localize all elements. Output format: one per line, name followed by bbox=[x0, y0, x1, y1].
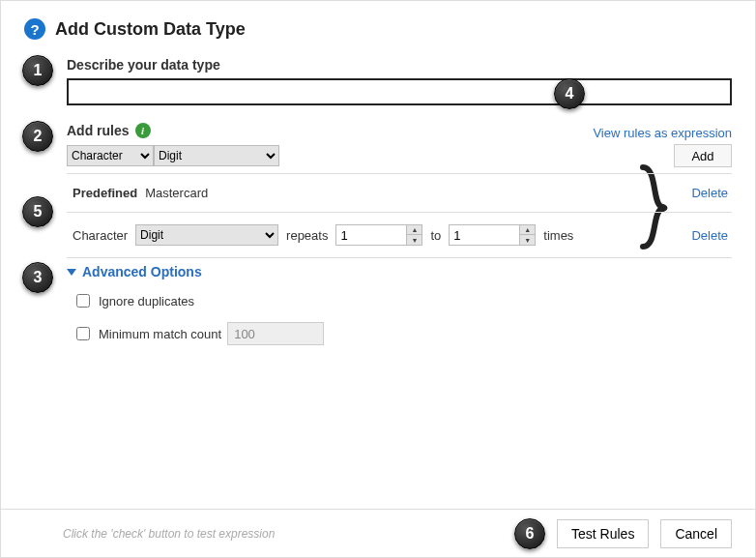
view-as-expression-link[interactable]: View rules as expression bbox=[593, 126, 732, 140]
describe-label: Describe your data type bbox=[67, 57, 732, 73]
to-label: to bbox=[430, 228, 441, 243]
predefined-label: Predefined bbox=[73, 186, 137, 200]
advanced-options-toggle[interactable]: Advanced Options bbox=[67, 264, 732, 279]
min-match-input bbox=[227, 322, 324, 345]
footer: Click the 'check' button to test express… bbox=[1, 509, 755, 557]
spin-up-icon[interactable]: ▲ bbox=[520, 225, 535, 235]
badge-3: 3 bbox=[22, 262, 53, 293]
delete-link[interactable]: Delete bbox=[691, 186, 728, 200]
repeats-to-input[interactable] bbox=[450, 225, 519, 245]
footer-hint: Click the 'check' button to test express… bbox=[63, 527, 275, 541]
help-icon[interactable]: ? bbox=[24, 18, 45, 40]
rule-item-predefined: Predefined Mastercard Delete bbox=[67, 173, 732, 212]
test-rules-button[interactable]: Test Rules bbox=[557, 519, 649, 548]
ignore-duplicates-label: Ignore duplicates bbox=[99, 294, 194, 308]
rule-item-character: Character Digit repeats ▲▼ to ▲▼ times D… bbox=[67, 212, 732, 258]
info-icon[interactable]: i bbox=[135, 123, 151, 138]
badge-1: 1 bbox=[22, 55, 53, 86]
times-label: times bbox=[543, 228, 573, 243]
delete-link[interactable]: Delete bbox=[691, 228, 728, 243]
repeats-label: repeats bbox=[286, 228, 328, 243]
repeats-to-stepper[interactable]: ▲▼ bbox=[449, 224, 536, 246]
spin-up-icon[interactable]: ▲ bbox=[407, 225, 422, 235]
spin-down-icon[interactable]: ▼ bbox=[520, 235, 535, 245]
add-button[interactable]: Add bbox=[674, 144, 732, 167]
repeats-from-stepper[interactable]: ▲▼ bbox=[335, 224, 422, 246]
add-rules-label: Add rules bbox=[67, 123, 130, 138]
badge-5: 5 bbox=[22, 196, 53, 227]
describe-input[interactable] bbox=[67, 78, 732, 105]
character-label: Character bbox=[73, 228, 128, 243]
chevron-down-icon bbox=[67, 269, 76, 276]
min-match-checkbox[interactable] bbox=[76, 327, 90, 340]
min-match-label: Minimum match count bbox=[99, 327, 221, 341]
ignore-duplicates-checkbox[interactable] bbox=[76, 294, 90, 308]
badge-6: 6 bbox=[514, 518, 545, 549]
badge-2: 2 bbox=[22, 121, 53, 152]
character-type-select[interactable]: Digit bbox=[135, 224, 278, 246]
spin-down-icon[interactable]: ▼ bbox=[407, 235, 422, 245]
predefined-value: Mastercard bbox=[145, 186, 208, 200]
page-title: Add Custom Data Type bbox=[55, 19, 246, 40]
badge-4: 4 bbox=[554, 78, 585, 109]
rule-type-select[interactable]: Character bbox=[67, 145, 154, 166]
rule-subtype-select[interactable]: Digit bbox=[154, 145, 279, 166]
repeats-from-input[interactable] bbox=[336, 225, 406, 245]
cancel-button[interactable]: Cancel bbox=[660, 519, 732, 548]
